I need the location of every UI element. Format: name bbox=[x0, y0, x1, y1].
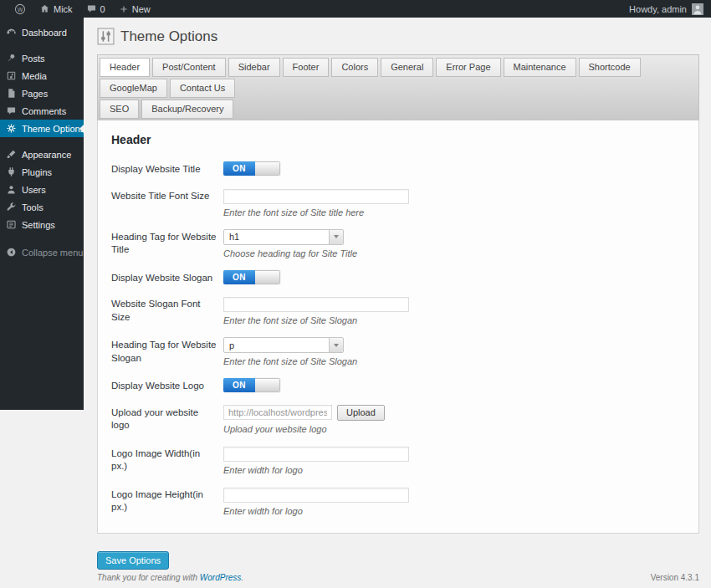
howdy-account-link[interactable]: Howdy, admin bbox=[629, 4, 687, 14]
footer-thanks-text: Thank you for creating with bbox=[97, 573, 200, 582]
field-label: Logo Image Width(in px.) bbox=[111, 446, 223, 475]
collapse-arrow-icon bbox=[6, 247, 17, 258]
field-label: Website Title Font Size bbox=[111, 188, 223, 217]
form-row: Website Slogan Font Size Enter the font … bbox=[111, 296, 685, 325]
field-help: Enter the font size of Site title here bbox=[223, 207, 409, 217]
display-website-slogan-toggle[interactable]: ON bbox=[223, 270, 280, 284]
comments-icon bbox=[6, 105, 17, 116]
field-help: Enter the font size of Site Slogan bbox=[223, 315, 409, 325]
media-icon bbox=[6, 70, 17, 81]
adminbar-comments-link[interactable]: 0 bbox=[79, 0, 112, 18]
sidebar-item-plugins[interactable]: Plugins bbox=[0, 163, 84, 181]
sidebar-item-theme-options[interactable]: Theme Options bbox=[0, 120, 84, 137]
form-row: Logo Image Height(in px.) Enter width fo… bbox=[111, 487, 685, 516]
site-name-link[interactable]: Mick bbox=[33, 0, 79, 18]
tab-googlemap[interactable]: GoogleMap bbox=[100, 79, 167, 98]
upload-button[interactable]: Upload bbox=[337, 405, 385, 421]
home-icon bbox=[39, 3, 50, 14]
sidebar-item-tools[interactable]: Tools bbox=[0, 198, 84, 216]
heading-tag-website-slogan-select[interactable]: p bbox=[223, 337, 344, 353]
main-content: Theme Options Header Post/Content Sideba… bbox=[84, 18, 711, 588]
select-value: h1 bbox=[224, 232, 239, 242]
sidebar-item-label: Comments bbox=[22, 106, 66, 116]
sidebar-item-settings[interactable]: Settings bbox=[0, 216, 84, 233]
sidebar-item-label: Theme Options bbox=[22, 124, 84, 134]
toggle-handle[interactable] bbox=[255, 161, 280, 176]
form-row: Upload your website logo Upload Upload y… bbox=[111, 405, 685, 434]
avatar[interactable] bbox=[692, 3, 703, 15]
logo-image-width-input[interactable] bbox=[223, 447, 409, 462]
sidebar-item-label: Plugins bbox=[22, 167, 52, 177]
field-help: Enter the font size of Site Slogan bbox=[223, 356, 357, 366]
sidebar-item-pages[interactable]: Pages bbox=[0, 84, 84, 102]
form-row: Display Website Title ON bbox=[111, 161, 685, 176]
form-row: Logo Image Width(in px.) Enter width for… bbox=[111, 446, 685, 475]
tab-maintenance[interactable]: Maintenance bbox=[504, 58, 576, 77]
wordpress-link[interactable]: WordPress bbox=[200, 573, 241, 582]
sidebar-item-posts[interactable]: Posts bbox=[0, 49, 84, 67]
website-title-font-size-input[interactable] bbox=[223, 189, 409, 204]
new-label: New bbox=[132, 4, 151, 14]
sidebar-item-label: Appearance bbox=[22, 150, 71, 160]
tab-contact-us[interactable]: Contact Us bbox=[170, 79, 235, 98]
tab-general[interactable]: General bbox=[381, 58, 433, 77]
sidebar-item-users[interactable]: Users bbox=[0, 181, 84, 198]
form-row: Heading Tag for Website Title h1 Choose … bbox=[111, 229, 685, 258]
sidebar-item-label: Posts bbox=[22, 54, 45, 64]
website-logo-url-input[interactable] bbox=[223, 405, 332, 420]
brush-icon bbox=[6, 149, 17, 160]
wordpress-logo-icon[interactable]: W bbox=[8, 0, 33, 18]
field-label: Upload your website logo bbox=[111, 405, 223, 434]
tab-header[interactable]: Header bbox=[100, 58, 150, 77]
adminbar-new-link[interactable]: New bbox=[112, 0, 157, 18]
sidebar-item-label: Users bbox=[22, 185, 46, 195]
svg-text:W: W bbox=[18, 6, 23, 12]
settings-icon bbox=[6, 219, 17, 230]
sidebar-item-media[interactable]: Media bbox=[0, 67, 84, 84]
field-label: Heading Tag for Website Slogan bbox=[111, 337, 223, 366]
footer-period: . bbox=[241, 573, 243, 582]
tab-footer[interactable]: Footer bbox=[283, 58, 330, 77]
field-label: Website Slogan Font Size bbox=[111, 296, 223, 325]
sidebar-item-label: Dashboard bbox=[22, 28, 67, 38]
form-row: Website Title Font Size Enter the font s… bbox=[111, 188, 685, 217]
tab-seo[interactable]: SEO bbox=[100, 100, 139, 119]
heading-tag-website-title-select[interactable]: h1 bbox=[223, 229, 344, 245]
field-label: Display Website Logo bbox=[111, 378, 223, 393]
website-slogan-font-size-input[interactable] bbox=[223, 297, 409, 312]
admin-sidebar-menu: Dashboard Posts Media Pages Comments The… bbox=[0, 18, 84, 410]
plug-icon bbox=[6, 166, 17, 177]
sidebar-item-dashboard[interactable]: Dashboard bbox=[0, 23, 84, 41]
sidebar-item-comments[interactable]: Comments bbox=[0, 102, 84, 120]
user-icon bbox=[6, 184, 17, 195]
dashboard-icon bbox=[6, 27, 17, 38]
toggle-handle[interactable] bbox=[255, 270, 280, 284]
display-website-title-toggle[interactable]: ON bbox=[223, 161, 280, 176]
display-website-logo-toggle[interactable]: ON bbox=[223, 378, 280, 392]
form-row: Display Website Logo ON bbox=[111, 378, 685, 393]
plus-icon bbox=[119, 4, 129, 14]
sidebar-item-label: Pages bbox=[22, 89, 48, 99]
toggle-handle[interactable] bbox=[255, 378, 280, 392]
tab-error-page[interactable]: Error Page bbox=[436, 58, 500, 77]
sidebar-item-label: Tools bbox=[22, 202, 43, 212]
tab-shortcode[interactable]: Shortcode bbox=[579, 58, 641, 77]
field-help: Choose heading tag for Site Title bbox=[223, 248, 357, 258]
field-help: Enter width for logo bbox=[223, 465, 409, 475]
footer-thanks: Thank you for creating with WordPress. bbox=[97, 573, 243, 582]
tab-colors[interactable]: Colors bbox=[331, 58, 378, 77]
tab-post-content[interactable]: Post/Content bbox=[152, 58, 226, 77]
chevron-down-icon[interactable] bbox=[329, 338, 343, 352]
sidebar-item-collapse-menu[interactable]: Collapse menu bbox=[0, 243, 84, 261]
footer-version: Version 4.3.1 bbox=[651, 573, 699, 582]
comment-icon bbox=[86, 3, 97, 14]
field-help: Upload your website logo bbox=[223, 424, 385, 434]
site-name: Mick bbox=[54, 4, 73, 14]
chevron-down-icon[interactable] bbox=[329, 230, 343, 244]
logo-image-height-input[interactable] bbox=[223, 488, 409, 503]
save-options-button[interactable]: Save Options bbox=[97, 551, 169, 570]
tab-bar: Header Post/Content Sidebar Footer Color… bbox=[97, 54, 699, 120]
tab-sidebar[interactable]: Sidebar bbox=[228, 58, 280, 77]
tab-backup-recovery[interactable]: Backup/Recovery bbox=[141, 100, 233, 119]
sidebar-item-appearance[interactable]: Appearance bbox=[0, 146, 84, 163]
